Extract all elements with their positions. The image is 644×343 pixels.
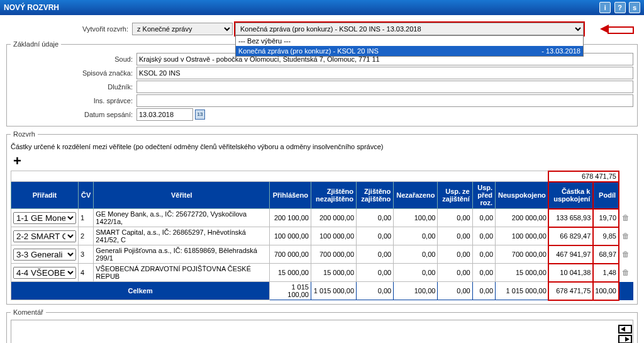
col-usp-pred: Usp. před roz. bbox=[472, 182, 495, 209]
neu-cell: 700 000,00 bbox=[496, 245, 549, 264]
totals-label: Celkem bbox=[11, 282, 270, 300]
calendar-icon[interactable]: 13 bbox=[195, 110, 205, 120]
uze-cell: 0,00 bbox=[438, 245, 472, 264]
priradit-cell[interactable]: 2-2 SMART Cap bbox=[11, 227, 79, 245]
komentar-fieldset: Komentář bbox=[6, 308, 638, 343]
col-cv: ČV bbox=[79, 182, 94, 209]
cv-cell: 4 bbox=[79, 264, 94, 282]
trash-icon[interactable]: 🗑 bbox=[621, 213, 631, 222]
target-select-wrap: Konečná zpráva (pro konkurz) - KSOL 20 I… bbox=[234, 21, 585, 37]
nez-cell: 100,00 bbox=[394, 209, 438, 227]
cv-cell: 1 bbox=[79, 209, 94, 227]
titlebar-icons: i ? s bbox=[598, 0, 640, 15]
upr-cell: 0,00 bbox=[472, 264, 495, 282]
zjz-cell: 0,00 bbox=[357, 264, 394, 282]
settings-icon[interactable]: s bbox=[629, 2, 640, 13]
prihl-cell: 15 000,00 bbox=[270, 264, 311, 282]
priradit-cell[interactable]: 3-3 Generali Poj bbox=[11, 245, 79, 264]
col-nezarazeno: Nezařazeno bbox=[394, 182, 438, 209]
totals-prihl: 1 015 100,00 bbox=[270, 282, 311, 300]
trash-icon[interactable]: 🗑 bbox=[621, 232, 631, 240]
pd-cell: 1,48 bbox=[593, 264, 619, 282]
dropdown-option-date: - 13.03.2018 bbox=[541, 47, 580, 55]
nez-cell: 0,00 bbox=[394, 264, 438, 282]
totals-nez: 100,00 bbox=[394, 282, 438, 300]
target-select[interactable]: Konečná zpráva (pro konkurz) - KSOL 20 I… bbox=[235, 23, 584, 35]
dropdown-option-label: Konečná zpráva (pro konkurz) - KSOL 20 I… bbox=[238, 47, 379, 55]
source-select[interactable]: z Konečné zprávy bbox=[132, 23, 233, 35]
col-podil: Podíl bbox=[593, 182, 619, 209]
totals-ck: 678 471,75 bbox=[548, 282, 592, 300]
info-icon[interactable]: i bbox=[599, 2, 611, 13]
ds-label: Datum sepsání: bbox=[11, 111, 136, 118]
soud-label: Soud: bbox=[11, 55, 136, 63]
table-row: 2-2 SMART Cap2SMART Capital, a.s., IČ: 2… bbox=[11, 227, 633, 245]
uze-cell: 0,00 bbox=[438, 227, 472, 245]
pd-cell: 19,70 bbox=[593, 209, 619, 227]
comment-arrow-left-icon[interactable] bbox=[618, 325, 632, 334]
basic-legend: Základní údaje bbox=[11, 40, 61, 48]
col-usp-ze: Usp. ze zajištění bbox=[438, 182, 472, 209]
pd-cell: 68,97 bbox=[593, 245, 619, 264]
veritel-cell: SMART Capital, a.s., IČ: 26865297, Hněvo… bbox=[94, 227, 270, 245]
rozvrh-table: Částka určená k rozdělení mezi zbývající… bbox=[11, 171, 633, 300]
zjz-cell: 0,00 bbox=[357, 209, 394, 227]
totals-zjz: 0,00 bbox=[357, 282, 394, 300]
create-label: Vytvořit rozvrh: bbox=[6, 25, 132, 33]
trash-cell: 🗑 bbox=[619, 209, 633, 227]
trash-icon[interactable]: 🗑 bbox=[621, 250, 631, 259]
window-title: NOVÝ ROZVRH bbox=[4, 0, 59, 15]
dl-label: Dlužník: bbox=[11, 83, 136, 91]
ds-input[interactable] bbox=[136, 108, 193, 121]
veritel-cell: VŠEOBECNÁ ZDRAVOTNÍ POJIŠŤOVNA ČESKÉ REP… bbox=[94, 264, 270, 282]
neu-cell: 100 000,00 bbox=[496, 227, 549, 245]
zjn-cell: 200 000,00 bbox=[311, 209, 356, 227]
komentar-legend: Komentář bbox=[11, 308, 46, 316]
trash-icon[interactable]: 🗑 bbox=[621, 268, 631, 277]
priradit-cell[interactable]: 1-1 GE Money B bbox=[11, 209, 79, 227]
help-icon[interactable]: ? bbox=[614, 2, 626, 13]
col-zjz: Zjištěno zajištěno bbox=[357, 182, 394, 209]
col-prihlaseno: Přihlášeno bbox=[270, 182, 311, 209]
col-priradit: Přiřadit bbox=[11, 182, 79, 209]
komentar-textarea[interactable] bbox=[11, 320, 633, 343]
sz-label: Spisová značka: bbox=[11, 69, 136, 77]
ck-cell: 467 941,97 bbox=[548, 245, 592, 264]
zjn-cell: 15 000,00 bbox=[311, 264, 356, 282]
dropdown-selected-option[interactable]: Konečná zpráva (pro konkurz) - KSOL 20 I… bbox=[236, 46, 583, 56]
totals-upr: 0,00 bbox=[472, 282, 495, 300]
veritel-cell: Generali Pojišťovna a.s., IČ: 61859869, … bbox=[94, 245, 270, 264]
zjz-cell: 0,00 bbox=[357, 227, 394, 245]
neu-cell: 200 000,00 bbox=[496, 209, 549, 227]
add-row-icon[interactable]: + bbox=[13, 153, 21, 169]
zjn-cell: 700 000,00 bbox=[311, 245, 356, 264]
table-header-row: Přiřadit ČV Věřitel Přihlášeno Zjištěno … bbox=[11, 182, 633, 209]
col-neuspokojeno: Neuspokojeno bbox=[496, 182, 549, 209]
section-header: Částka určená k rozdělení mezi zbývající… bbox=[11, 171, 549, 182]
dropdown-empty-option[interactable]: --- Bez výběru --- bbox=[236, 36, 583, 46]
priradit-cell[interactable]: 4-4 VŠEOBECN bbox=[11, 264, 79, 282]
sz-input[interactable] bbox=[136, 67, 633, 79]
nez-cell: 0,00 bbox=[394, 245, 438, 264]
table-row: 3-3 Generali Poj3Generali Pojišťovna a.s… bbox=[11, 245, 633, 264]
window-titlebar: NOVÝ ROZVRH i ? s bbox=[0, 0, 644, 15]
prihl-cell: 700 000,00 bbox=[270, 245, 311, 264]
prihl-cell: 200 100,00 bbox=[270, 209, 311, 227]
is-input[interactable] bbox=[136, 94, 633, 107]
ck-cell: 66 829,47 bbox=[548, 227, 592, 245]
col-veritel: Věřitel bbox=[94, 182, 270, 209]
arrow-annotation-icon bbox=[600, 23, 638, 35]
upr-cell: 0,00 bbox=[472, 209, 495, 227]
veritel-cell: GE Money Bank, a.s., IČ: 25672720, Vysko… bbox=[94, 209, 270, 227]
is-label: Ins. správce: bbox=[11, 97, 136, 104]
prihl-cell: 100 000,00 bbox=[270, 227, 311, 245]
uze-cell: 0,00 bbox=[438, 264, 472, 282]
target-dropdown-list: --- Bez výběru --- Konečná zpráva (pro k… bbox=[235, 35, 584, 57]
dl-input[interactable] bbox=[136, 81, 633, 93]
totals-row: Celkem 1 015 100,00 1 015 000,00 0,00 10… bbox=[11, 282, 633, 300]
comment-arrow-right-icon[interactable] bbox=[618, 335, 632, 343]
ck-cell: 133 658,93 bbox=[548, 209, 592, 227]
totals-zjn: 1 015 000,00 bbox=[311, 282, 356, 300]
cv-cell: 3 bbox=[79, 245, 94, 264]
zjn-cell: 100 000,00 bbox=[311, 227, 356, 245]
